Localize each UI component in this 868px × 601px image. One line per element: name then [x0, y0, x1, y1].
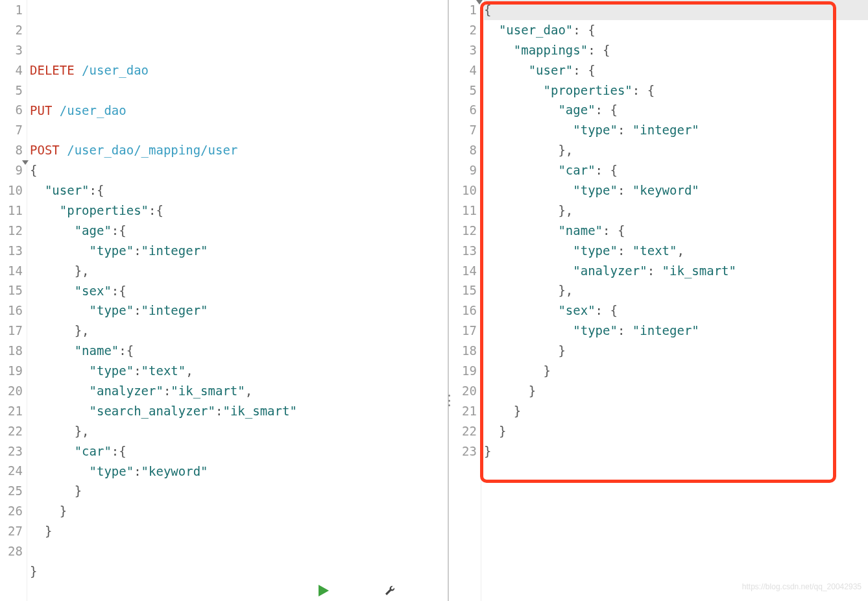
- line-number: 21: [449, 401, 477, 421]
- line-number: 1: [449, 0, 477, 20]
- code-line[interactable]: [30, 80, 448, 101]
- line-number: 27: [0, 521, 23, 541]
- line-number: 28: [0, 541, 23, 561]
- line-number: 24: [0, 461, 23, 481]
- code-line[interactable]: }: [484, 421, 868, 441]
- line-number: 12: [0, 221, 23, 241]
- code-line[interactable]: "search_analyzer":"ik_smart": [30, 401, 448, 421]
- code-line[interactable]: "age":{: [30, 221, 448, 241]
- code-line[interactable]: "mappings": {: [484, 40, 868, 60]
- code-line[interactable]: }: [484, 341, 868, 361]
- line-number: 13: [449, 241, 477, 261]
- line-number: 11: [0, 201, 23, 221]
- fold-caret-icon[interactable]: [22, 160, 29, 165]
- line-number: 23: [0, 441, 23, 461]
- code-line[interactable]: }: [30, 501, 448, 521]
- code-line[interactable]: }: [484, 401, 868, 421]
- response-gutter: 1234567891011121314151617181920212223: [449, 0, 481, 601]
- code-line[interactable]: "type":"text",: [30, 361, 448, 381]
- watermark-text: https://blog.csdn.net/qq_20042935: [742, 577, 862, 597]
- code-line[interactable]: "age": {: [484, 100, 868, 120]
- code-line[interactable]: "car": {: [484, 160, 868, 180]
- line-number: 18: [0, 341, 23, 361]
- code-line[interactable]: },: [30, 421, 448, 441]
- line-number: 21: [0, 401, 23, 421]
- splitter-handle-icon[interactable]: [447, 395, 451, 406]
- code-line[interactable]: "properties": {: [484, 80, 868, 101]
- code-line[interactable]: "analyzer":"ik_smart",: [30, 381, 448, 401]
- line-number: 16: [449, 300, 477, 321]
- line-number: 4: [449, 60, 477, 80]
- code-line[interactable]: },: [484, 201, 868, 221]
- line-number: 22: [449, 421, 477, 441]
- response-viewer-panel[interactable]: 1234567891011121314151617181920212223 { …: [449, 0, 868, 601]
- code-line[interactable]: "type": "integer": [484, 120, 868, 140]
- code-line[interactable]: "sex": {: [484, 300, 868, 321]
- code-line[interactable]: "user": {: [484, 60, 868, 80]
- code-line[interactable]: [30, 582, 448, 601]
- code-line[interactable]: {: [484, 0, 868, 20]
- line-number: 17: [449, 321, 477, 341]
- line-number: 5: [0, 80, 23, 101]
- code-line[interactable]: "name": {: [484, 221, 868, 241]
- line-number: 9: [449, 160, 477, 180]
- code-line[interactable]: "type":"integer": [30, 300, 448, 321]
- line-number: 3: [449, 40, 477, 60]
- request-gutter: 1234567891011121314151617181920212223242…: [0, 0, 27, 601]
- line-number: 2: [449, 20, 477, 40]
- line-number: 2: [0, 20, 23, 40]
- code-line[interactable]: }: [484, 441, 868, 461]
- line-number: 5: [449, 80, 477, 101]
- code-line[interactable]: {: [30, 160, 448, 180]
- code-line[interactable]: }: [484, 361, 868, 381]
- code-line[interactable]: "type": "integer": [484, 321, 868, 341]
- line-number: 1: [0, 0, 23, 20]
- code-line[interactable]: [30, 120, 448, 140]
- request-code[interactable]: DELETE /user_daoPUT /user_daoPOST /user_…: [27, 0, 448, 601]
- code-line[interactable]: },: [30, 321, 448, 341]
- line-number: 4: [0, 60, 23, 80]
- code-line[interactable]: "type":"keyword": [30, 461, 448, 482]
- code-line[interactable]: POST /user_dao/_mapping/user: [30, 140, 448, 160]
- line-number: 19: [0, 361, 23, 381]
- line-number: 20: [0, 381, 23, 401]
- code-line[interactable]: }: [30, 481, 448, 501]
- code-line[interactable]: }: [30, 561, 448, 582]
- code-line[interactable]: "type":"integer": [30, 241, 448, 261]
- code-line[interactable]: "user_dao": {: [484, 20, 868, 40]
- line-number: 15: [0, 280, 23, 300]
- line-number: 22: [0, 421, 23, 441]
- code-line[interactable]: },: [30, 261, 448, 281]
- code-line[interactable]: }: [30, 521, 448, 541]
- code-line[interactable]: "user":{: [30, 180, 448, 201]
- line-number: 7: [0, 120, 23, 140]
- code-line[interactable]: },: [484, 280, 868, 300]
- code-line[interactable]: PUT /user_dao: [30, 101, 448, 121]
- line-number: 25: [0, 481, 23, 501]
- line-number: 3: [0, 40, 23, 60]
- response-code[interactable]: { "user_dao": { "mappings": { "user": { …: [481, 0, 868, 601]
- code-line[interactable]: "type": "keyword": [484, 180, 868, 201]
- line-number: 16: [0, 300, 23, 321]
- line-number: 17: [0, 321, 23, 341]
- line-number: 11: [449, 201, 477, 221]
- code-line[interactable]: "name":{: [30, 341, 448, 361]
- line-number: 7: [449, 120, 477, 140]
- fold-caret-icon[interactable]: [476, 0, 483, 5]
- code-line[interactable]: "type": "text",: [484, 241, 868, 261]
- line-number: 8: [0, 140, 23, 160]
- line-number: 23: [449, 441, 477, 461]
- code-line[interactable]: "properties":{: [30, 201, 448, 221]
- code-line[interactable]: [30, 541, 448, 561]
- request-editor-panel[interactable]: 1234567891011121314151617181920212223242…: [0, 0, 449, 601]
- code-line[interactable]: }: [484, 381, 868, 401]
- code-line[interactable]: "analyzer": "ik_smart": [484, 261, 868, 281]
- code-line[interactable]: },: [484, 140, 868, 160]
- code-line[interactable]: DELETE /user_dao: [30, 60, 448, 80]
- line-number: 10: [449, 180, 477, 201]
- line-number: 20: [449, 381, 477, 401]
- line-number: 13: [0, 241, 23, 261]
- code-line[interactable]: "car":{: [30, 441, 448, 461]
- code-line[interactable]: "sex":{: [30, 281, 448, 301]
- line-number: 12: [449, 221, 477, 241]
